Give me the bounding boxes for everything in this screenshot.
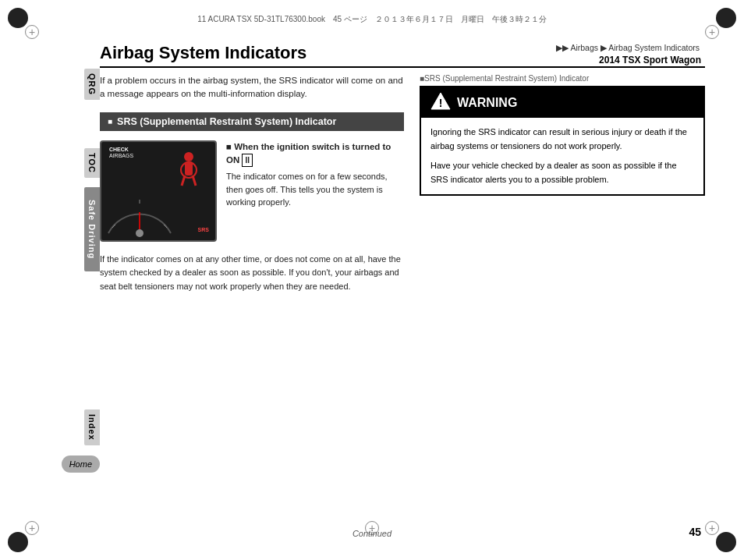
left-column: If a problem occurs in the airbag system… [100, 74, 404, 293]
file-info: 11 ACURA TSX 5D-31TL76300.book 45 ページ ２０… [47, 14, 697, 25]
warning-para2: Have your vehicle checked by a dealer as… [430, 159, 694, 186]
sidebar-tab-toc[interactable]: TOC [84, 148, 100, 178]
warning-box: ! WARNING Ignoring the SRS indicator can… [420, 86, 705, 196]
sidebar-tab-safe-driving[interactable]: Safe Driving [84, 187, 100, 271]
warning-triangle-icon: ! [430, 92, 451, 113]
srs-figure-icon [174, 151, 204, 190]
ignition-text: ■ When the ignition switch is turned to … [226, 140, 404, 209]
content-columns: If a problem occurs in the airbag system… [100, 74, 705, 293]
svg-point-0 [184, 152, 193, 161]
continued-label: Continued [353, 529, 391, 538]
reg-mark-tr [705, 25, 719, 39]
page-title: Airbag System Indicators [100, 43, 705, 68]
svg-point-5 [136, 229, 143, 237]
corner-mark-tr [716, 8, 736, 28]
footer-text: If the indicator comes on at any other t… [100, 253, 404, 294]
corner-mark-br [716, 532, 736, 552]
warning-section-label: ■SRS (Supplemental Restraint System) Ind… [420, 74, 705, 83]
ignition-title: ■ When the ignition switch is turned to … [226, 140, 404, 168]
section-header: SRS (Supplemental Restraint System) Indi… [100, 112, 404, 131]
sidebar-tab-qrg[interactable]: QRG [84, 69, 100, 100]
reg-mark-br [705, 521, 719, 535]
dashboard-image: CHECK AIRBAGS [100, 140, 217, 242]
warning-para1: Ignoring the SRS indicator can result in… [430, 126, 694, 153]
main-content: Airbag System Indicators If a problem oc… [100, 43, 705, 521]
svg-text:!: ! [439, 97, 443, 109]
ignition-body: The indicator comes on for a few seconds… [226, 170, 404, 209]
sidebar-tab-index[interactable]: Index [84, 409, 100, 445]
right-column: ■SRS (Supplemental Restraint System) Ind… [420, 74, 705, 293]
svg-line-3 [182, 175, 185, 186]
sidebar-tab-home[interactable]: Home [62, 455, 100, 473]
warning-body: Ignoring the SRS indicator can result in… [421, 118, 703, 194]
ignition-section: CHECK AIRBAGS [100, 140, 404, 242]
warning-label: WARNING [457, 96, 517, 110]
intro-text: If a problem occurs in the airbag system… [100, 74, 404, 101]
sidebar: QRG TOC Safe Driving Index Home [0, 0, 100, 560]
warning-header: ! WARNING [421, 87, 703, 118]
page-number: 45 [689, 526, 701, 538]
svg-line-4 [193, 175, 196, 186]
